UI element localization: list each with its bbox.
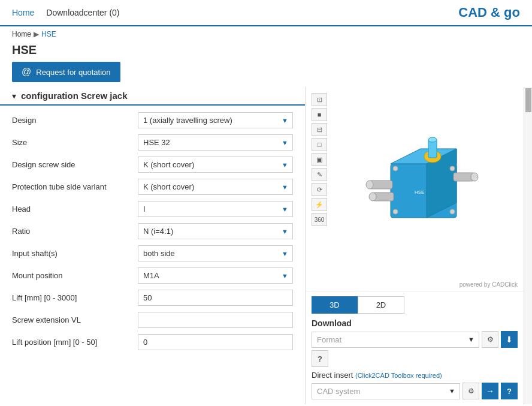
header-logo: CAD & go (458, 5, 520, 20)
direct-insert-section: Direct insert (Click2CAD Toolbox require… (312, 371, 518, 399)
input-lift-position[interactable] (138, 334, 293, 350)
form-row-input-shafts: Input shaft(s) both side left side right… (0, 242, 305, 264)
request-quotation-button[interactable]: @ Request for quotation (12, 62, 120, 82)
nav-downloadcenter[interactable]: Downloadcenter (0) (46, 8, 119, 17)
page-title: HSE (0, 42, 532, 62)
svg-point-11 (369, 193, 376, 201)
select-protection-tube[interactable]: K (short cover) L (long cover) (138, 179, 293, 195)
toolbar-btn-pencil[interactable]: ✎ (312, 168, 327, 181)
select-wrapper-head: I II III ▼ (138, 201, 293, 217)
tab-2d[interactable]: 2D (358, 296, 405, 314)
input-lift[interactable] (138, 290, 293, 306)
label-design-screw-side: Design screw side (12, 160, 138, 169)
select-wrapper-ratio: N (i=4:1) S (i=8:1) ▼ (138, 223, 293, 239)
select-wrapper-size: HSE 32 HSE 50 ▼ (138, 134, 293, 151)
download-row: Format ▼ ⚙ ⬇ (312, 331, 518, 348)
svg-point-12 (393, 166, 398, 171)
toolbar-btn-4[interactable]: □ (312, 138, 327, 151)
select-mount-position[interactable]: M1A M1B M2A (138, 267, 293, 284)
select-ratio[interactable]: N (i=4:1) S (i=8:1) (138, 223, 293, 239)
form-row-lift: Lift [mm] [0 - 3000] (0, 287, 305, 309)
at-icon: @ (22, 67, 31, 77)
form-row-design-screw-side: Design screw side K (short cover) L (lon… (0, 154, 305, 176)
select-wrapper-protection-tube: K (short cover) L (long cover) ▼ (138, 179, 293, 195)
nav-home[interactable]: Home (12, 8, 34, 17)
viewer-toolbar: ⊡ ■ ⊟ □ ▣ ✎ ⟳ ⚡ 360 (312, 93, 327, 226)
right-panel: ⊡ ■ ⊟ □ ▣ ✎ ⟳ ⚡ 360 (306, 87, 524, 404)
section-header: ▾ configuration Screw jack (0, 87, 305, 106)
select-wrapper-input-shafts: both side left side right side ▼ (138, 245, 293, 261)
cad-help-button[interactable]: ? (501, 383, 518, 399)
header: Home Downloadcenter (0) CAD & go (0, 0, 532, 26)
scrollbar-thumb[interactable] (525, 88, 531, 112)
label-protection-tube: Protection tube side variant (12, 182, 138, 191)
download-button[interactable]: ⬇ (501, 331, 518, 348)
input-screw-extension[interactable] (138, 312, 293, 328)
svg-point-13 (450, 166, 455, 171)
direct-insert-title: Direct insert (312, 371, 353, 380)
direct-insert-label: Direct insert (Click2CAD Toolbox require… (312, 371, 518, 380)
breadcrumb-separator: ▶ (34, 30, 39, 38)
label-lift-position: Lift position [mm] [0 - 50] (12, 338, 138, 347)
breadcrumb-current[interactable]: HSE (41, 30, 56, 38)
label-design: Design (12, 116, 138, 125)
svg-point-15 (450, 209, 455, 214)
form-row-ratio: Ratio N (i=4:1) S (i=8:1) ▼ (0, 220, 305, 242)
select-design-screw-side[interactable]: K (short cover) L (long cover) (138, 157, 293, 173)
request-button-label: Request for quotation (36, 68, 110, 77)
select-input-shafts[interactable]: both side left side right side (138, 245, 293, 261)
label-input-shafts: Input shaft(s) (12, 249, 138, 258)
format-settings-button[interactable]: ⚙ (482, 331, 498, 348)
svg-point-14 (393, 209, 398, 214)
select-wrapper-design: 1 (axially travelling screw) 2 (rotating… (138, 112, 293, 128)
cad-system-select[interactable]: CAD system (312, 383, 460, 399)
view-tabs: 3D 2D (312, 296, 518, 314)
toolbar-btn-lightning[interactable]: ⚡ (312, 198, 327, 211)
toolbar-btn-1[interactable]: ⊡ (312, 93, 327, 106)
toolbar-btn-rotate[interactable]: ⟳ (312, 183, 327, 196)
model-viewer-area: ⊡ ■ ⊟ □ ▣ ✎ ⟳ ⚡ 360 (306, 87, 524, 291)
toolbar-btn-360[interactable]: 360 (312, 213, 327, 226)
form-row-screw-extension: Screw extension VL (0, 309, 305, 331)
label-lift: Lift [mm] [0 - 3000] (12, 293, 138, 302)
label-ratio: Ratio (12, 227, 138, 236)
cad-settings-button[interactable]: ⚙ (463, 383, 479, 399)
select-size[interactable]: HSE 32 HSE 50 (138, 134, 293, 151)
form-row-size: Size HSE 32 HSE 50 ▼ (0, 131, 305, 154)
download-help-button[interactable]: ? (312, 350, 328, 367)
select-design[interactable]: 1 (axially travelling screw) 2 (rotating… (138, 112, 293, 128)
form-row-protection-tube: Protection tube side variant K (short co… (0, 176, 305, 198)
svg-text:HSE: HSE (415, 190, 424, 195)
label-mount-position: Mount position (12, 271, 138, 280)
svg-point-5 (428, 137, 437, 142)
cad-insert-button[interactable]: → (482, 383, 498, 399)
breadcrumb: Home ▶ HSE (0, 26, 532, 42)
format-select[interactable]: Format (312, 332, 479, 348)
tab-3d[interactable]: 3D (312, 296, 358, 314)
insert-row: CAD system ▼ ⚙ → ? (312, 383, 518, 399)
direct-insert-sub: (Click2CAD Toolbox required) (355, 372, 442, 379)
section-toggle-icon[interactable]: ▾ (12, 91, 16, 101)
select-wrapper-design-screw-side: K (short cover) L (long cover) ▼ (138, 157, 293, 173)
main-layout: ▾ configuration Screw jack Design 1 (axi… (0, 87, 532, 404)
form-row-lift-position: Lift position [mm] [0 - 50] (0, 331, 305, 353)
label-screw-extension: Screw extension VL (12, 315, 138, 324)
svg-point-9 (471, 173, 478, 181)
select-wrapper-mount-position: M1A M1B M2A ▼ (138, 267, 293, 284)
download-label: Download (312, 318, 518, 328)
left-panel: ▾ configuration Screw jack Design 1 (axi… (0, 87, 306, 404)
bottom-controls: 3D 2D Download Format ▼ ⚙ ⬇ ? (306, 291, 524, 404)
powered-by: powered by CADClick (460, 281, 518, 288)
model-3d-svg: HSE (361, 128, 480, 239)
toolbar-btn-2[interactable]: ■ (312, 108, 327, 121)
toolbar-btn-5[interactable]: ▣ (312, 153, 327, 166)
header-nav: Home Downloadcenter (0) (12, 8, 120, 17)
form-row-design: Design 1 (axially travelling screw) 2 (r… (0, 109, 305, 131)
select-head[interactable]: I II III (138, 201, 293, 217)
form-row-mount-position: Mount position M1A M1B M2A ▼ (0, 264, 305, 287)
label-head: Head (12, 204, 138, 213)
breadcrumb-home[interactable]: Home (12, 30, 31, 38)
section-title: configuration Screw jack (21, 91, 128, 101)
download-section: Download Format ▼ ⚙ ⬇ ? (312, 318, 518, 367)
toolbar-btn-3[interactable]: ⊟ (312, 123, 327, 136)
